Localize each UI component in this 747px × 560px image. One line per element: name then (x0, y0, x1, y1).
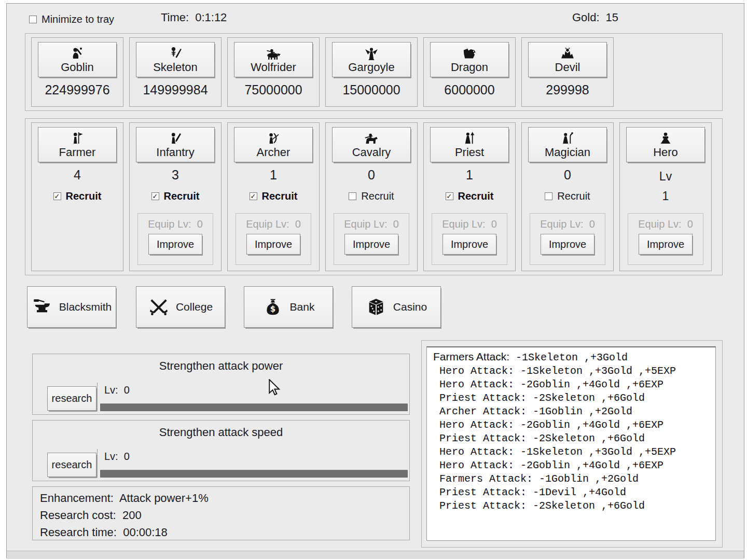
divider (97, 383, 98, 411)
unit-name: Cavalry (352, 146, 391, 159)
window-bottom-strip (7, 551, 744, 559)
hero-level: Lv1 (659, 166, 672, 206)
enemy-button-skeleton[interactable]: Skeleton (136, 42, 215, 77)
skeleton-icon (168, 46, 183, 61)
magician-icon (560, 131, 575, 146)
unit-name: Magician (545, 146, 590, 159)
check-icon: ✓ (54, 192, 60, 200)
equip-box-infantry: Equip Lv: 0Improve (137, 213, 213, 265)
farmer-icon (70, 131, 85, 146)
unit-button-archer[interactable]: Archer (234, 127, 313, 162)
unit-count: 1 (270, 167, 277, 183)
unit-button-priest[interactable]: Priest (430, 127, 509, 162)
divider (97, 449, 98, 478)
recruit-row-priest: ✓Recruit (446, 190, 494, 202)
enemy-button-goblin[interactable]: Goblin (38, 42, 117, 77)
recruit-row-infantry: ✓Recruit (151, 190, 200, 202)
recruit-row-cavalry: Recruit (349, 190, 394, 202)
blacksmith-icon (32, 297, 52, 317)
building-button-college[interactable]: College (136, 286, 225, 328)
improve-button-cavalry[interactable]: Improve (344, 234, 398, 255)
equip-level-label: Equip Lv: 0 (334, 218, 409, 230)
minimize-to-tray-checkbox[interactable] (29, 16, 37, 23)
log-line-text: Hero Attack: -1Skeleton ,+3Gold ,+5EXP (433, 446, 676, 458)
equip-box-hero: Equip Lv: 0Improve (628, 213, 703, 265)
enemy-card-goblin: Goblin224999976 (31, 37, 123, 107)
priest-icon (462, 131, 477, 146)
dragon-icon (462, 46, 477, 61)
log-line-text: Priest Attack: -2Skeleton ,+6Gold (433, 392, 645, 404)
research-info-panel: Enhancement: Attack power+1%Research cos… (32, 486, 410, 540)
units-groupbox: Farmer4✓RecruitInfantry3✓RecruitEquip Lv… (25, 118, 723, 275)
research-button-strengthen-attack-power[interactable]: research (47, 386, 96, 411)
enemies-groupbox: Goblin224999976Skeleton149999984Wolfride… (25, 33, 723, 111)
unit-card-priest: Priest1✓RecruitEquip Lv: 0Improve (423, 122, 516, 271)
research-progress-fill (100, 403, 408, 411)
unit-count: 4 (74, 167, 81, 183)
recruit-checkbox-farmer[interactable]: ✓ (53, 192, 61, 200)
building-button-blacksmith[interactable]: Blacksmith (27, 286, 116, 328)
battle-log-line: Priest Attack: -1Devil ,+4Gold (433, 486, 715, 499)
recruit-label: Recruit (361, 190, 394, 202)
equip-box-archer: Equip Lv: 0Improve (236, 213, 311, 265)
equip-level-label: Equip Lv: 0 (530, 218, 605, 230)
enemy-button-dragon[interactable]: Dragon (430, 42, 509, 77)
improve-button-priest[interactable]: Improve (442, 234, 496, 255)
devil-icon (560, 46, 575, 61)
time-value: 0:1:12 (195, 11, 227, 24)
hero-level-value: 1 (659, 186, 672, 206)
improve-button-hero[interactable]: Improve (639, 234, 693, 255)
gold-display: Gold:15 (572, 11, 618, 24)
enemy-count: 6000000 (444, 82, 494, 97)
unit-button-cavalry[interactable]: Cavalry (332, 127, 411, 162)
building-button-casino[interactable]: Casino (352, 286, 441, 328)
unit-button-farmer[interactable]: Farmer (38, 127, 117, 162)
recruit-label: Recruit (557, 190, 590, 202)
enemy-card-dragon: Dragon6000000 (423, 37, 516, 107)
enemy-card-devil: Devil299998 (521, 37, 614, 107)
improve-button-infantry[interactable]: Improve (148, 234, 202, 255)
log-line-text: Priest Attack: -1Devil ,+4Gold (433, 486, 626, 498)
research-level-label: Lv: 0 (104, 451, 130, 463)
unit-card-farmer: Farmer4✓Recruit (31, 122, 123, 271)
casino-icon (366, 297, 386, 317)
research-button-strengthen-attack-speed[interactable]: research (47, 453, 96, 477)
battle-log-list[interactable]: Farmers Attack: -1Skeleton ,+3Gold Hero … (426, 346, 716, 541)
enemy-name: Devil (555, 61, 580, 74)
unit-name: Hero (653, 146, 678, 159)
equip-box-magician: Equip Lv: 0Improve (530, 213, 605, 265)
recruit-label: Recruit (262, 190, 298, 202)
unit-button-magician[interactable]: Magician (528, 127, 607, 162)
enemy-button-devil[interactable]: Devil (528, 42, 607, 77)
enemy-name: Dragon (451, 61, 488, 74)
battle-log-line: Priest Attack: -2Skeleton ,+6Gold (433, 499, 715, 513)
minimize-to-tray-row: Minimize to tray (29, 13, 114, 25)
cavalry-icon (364, 131, 379, 146)
unit-name: Priest (455, 146, 484, 159)
equip-box-priest: Equip Lv: 0Improve (432, 213, 507, 265)
enemy-name: Goblin (61, 61, 94, 74)
recruit-checkbox-magician[interactable] (545, 192, 552, 200)
recruit-checkbox-infantry[interactable]: ✓ (151, 192, 159, 200)
unit-count: 3 (172, 167, 179, 183)
hero-level-label: Lv (659, 166, 672, 186)
recruit-checkbox-priest[interactable]: ✓ (446, 192, 453, 200)
log-line-text: Priest Attack: -2Skeleton ,+6Gold (433, 500, 645, 512)
check-icon: ✓ (153, 192, 158, 200)
unit-button-hero[interactable]: Hero (626, 127, 705, 162)
enemy-button-gargoyle[interactable]: Gargoyle (332, 42, 411, 77)
improve-button-magician[interactable]: Improve (541, 234, 594, 255)
equip-level-label: Equip Lv: 0 (138, 218, 213, 230)
unit-button-infantry[interactable]: Infantry (136, 127, 215, 162)
recruit-checkbox-archer[interactable]: ✓ (250, 192, 257, 200)
improve-button-archer[interactable]: Improve (246, 234, 300, 255)
enemy-count: 15000000 (342, 82, 400, 97)
unit-card-cavalry: Cavalry0RecruitEquip Lv: 0Improve (325, 122, 418, 271)
building-button-bank[interactable]: $Bank (244, 286, 333, 328)
research-title: Strengthen attack power (33, 359, 409, 373)
research-info-line: Research time: 00:00:18 (40, 524, 409, 541)
log-line-text: Priest Attack: -2Skeleton ,+6Gold (433, 432, 645, 444)
enemy-button-wolfrider[interactable]: Wolfrider (234, 42, 313, 77)
recruit-checkbox-cavalry[interactable] (349, 192, 356, 200)
battle-log-line: Hero Attack: -2Goblin ,+4Gold ,+6EXP (433, 378, 715, 391)
